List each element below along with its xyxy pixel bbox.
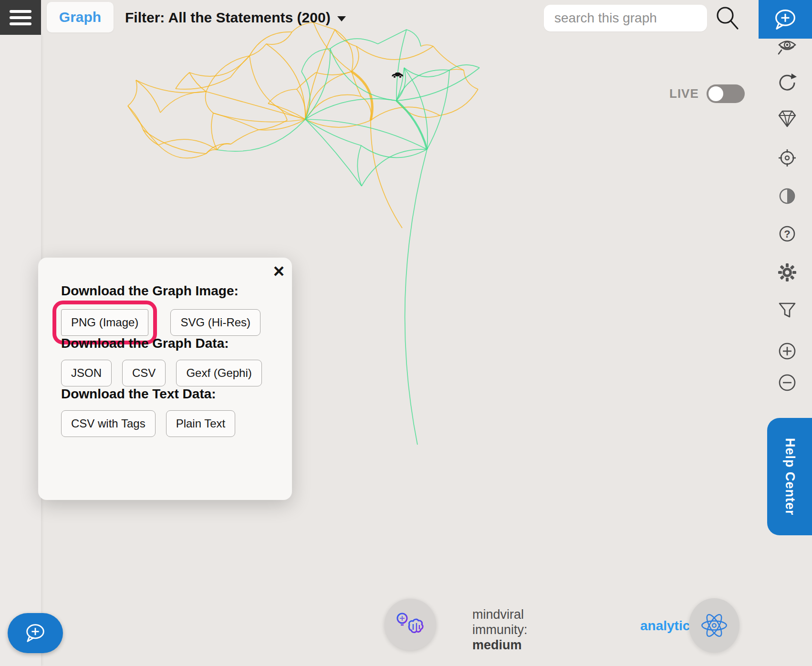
immunity-level: medium [472,637,528,653]
left-toolbar [0,35,41,666]
immunity-line2: immunity: [472,622,528,637]
graph-edge [449,69,464,70]
graph-edge [213,113,259,130]
help-center-label: Help Center [782,438,797,516]
graph-edge [206,92,213,113]
plain-text-button[interactable]: Plain Text [166,410,236,437]
help-center-button[interactable]: Help Center [767,418,812,535]
help-icon[interactable]: ? [777,223,798,244]
json-button[interactable]: JSON [61,360,112,386]
graph-edge [406,30,421,46]
search-input[interactable] [544,5,707,31]
graph-edge [305,99,396,119]
search-icon[interactable] [714,5,740,35]
graph-edge [396,30,406,101]
chat-plus-icon [23,622,48,645]
graph-tab[interactable]: Graph [47,2,114,32]
modal-image-section-title: Download the Graph Image: [61,283,278,299]
analytics-atom-button[interactable] [689,598,739,653]
graph-edge [305,119,427,149]
graph-edge [378,30,406,44]
png-image-button[interactable]: PNG (Image) [61,309,148,336]
graph-edge [396,68,479,101]
graph-edge [176,77,230,89]
filter-dropdown[interactable]: Filter: All the Statements (200) [125,0,346,35]
settings-gear-icon[interactable] [777,262,798,283]
graph-edge [189,56,250,76]
graph-edge [268,89,297,104]
graph-edge [305,119,371,127]
graph-edge [305,72,352,119]
graph-edge [405,149,427,445]
graph-edge [206,56,250,92]
graph-edge [440,89,478,115]
graph-edge [330,39,378,49]
contrast-icon[interactable] [777,186,798,207]
graph-edge [427,70,449,149]
immunity-line1: mindviral [472,607,528,622]
feedback-chat-button[interactable] [8,613,63,653]
graph-edge [356,46,433,60]
graph-edge [352,72,372,120]
modal-text-section-title: Download the Text Data: [61,386,278,402]
graph-edge [211,113,217,150]
atom-icon [696,607,732,644]
ai-insights-button[interactable] [385,599,436,650]
graph-edge [158,145,206,158]
svg-text:?: ? [784,228,790,240]
graph-edge [421,45,433,46]
chat-plus-icon [771,7,799,32]
graph-app: Graph Filter: All the Statements (200) [0,0,812,666]
diamond-icon[interactable] [777,108,798,129]
graph-edge [250,44,266,56]
graph-edge [362,149,427,186]
refresh-icon[interactable] [777,72,798,93]
zoom-in-icon[interactable] [777,341,798,362]
car-icon [391,72,404,81]
graph-edge [217,119,305,151]
live-control: LIVE [669,84,745,103]
graph-edge [396,101,440,117]
graph-edge [361,146,427,157]
csv-button[interactable]: CSV [122,360,166,386]
graph-edge [361,96,371,120]
immunity-progress-bar [541,617,613,636]
svg-hires-button[interactable]: SVG (Hi-Res) [170,309,260,336]
brain-bulb-icon [395,611,426,638]
graph-edge [128,106,158,145]
mindviral-immunity: mindviral immunity: medium [472,607,528,653]
modal-data-section-title: Download the Graph Data: [61,336,278,351]
graph-edge [305,119,362,186]
filter-label: Filter: All the Statements (200) [125,10,331,26]
close-icon[interactable]: × [273,261,284,281]
gexf-button[interactable]: Gexf (Gephi) [176,360,261,386]
graph-edge [268,104,305,119]
hamburger-icon [10,10,31,13]
graph-edge [404,68,427,149]
graph-edge [302,49,330,72]
zoom-out-icon[interactable] [777,372,798,393]
target-icon[interactable] [777,147,798,168]
graph-edge [206,150,217,154]
live-label: LIVE [669,86,699,101]
graph-edge [433,46,464,70]
graph-edge [464,70,478,89]
add-comment-button[interactable] [759,0,812,39]
download-modal: × Download the Graph Image: PNG (Image) … [38,258,292,500]
graph-edge [160,92,206,113]
menu-button[interactable] [0,0,41,35]
graph-edge [357,146,362,186]
filter-funnel-icon[interactable] [777,300,798,321]
csv-with-tags-button[interactable]: CSV with Tags [61,410,156,437]
live-toggle[interactable] [707,84,745,103]
graph-edge [250,32,292,56]
graph-edge [231,130,259,144]
graph-edge [176,73,189,89]
graph-edge [250,56,305,119]
search-box [544,5,707,31]
graph-edge [266,44,305,119]
graph-edge [128,80,137,106]
chevron-down-icon [337,16,346,21]
